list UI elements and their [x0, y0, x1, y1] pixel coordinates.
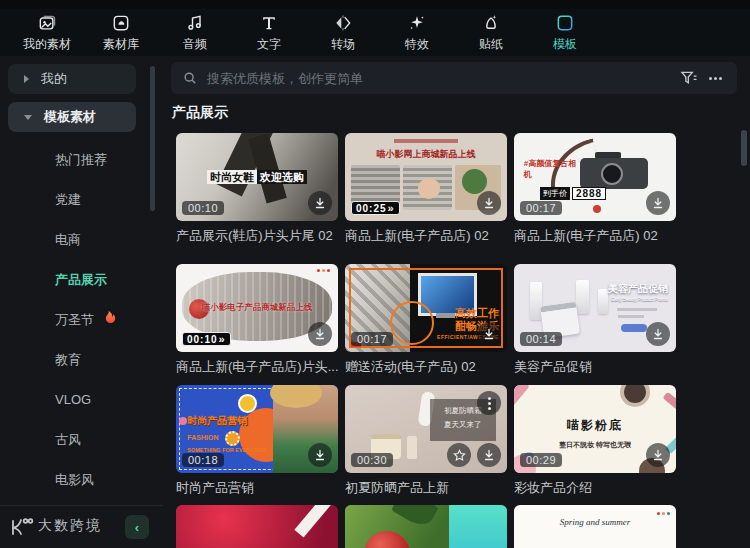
sidebar-group-mine[interactable]: 我的 — [8, 64, 136, 94]
template-title: 商品上新(电子产品店) 02 — [514, 227, 676, 245]
template-card[interactable] — [345, 505, 507, 548]
thumb-art — [345, 505, 449, 548]
sidebar-item-party[interactable]: 党建 — [55, 190, 81, 210]
more-options-icon[interactable] — [705, 70, 725, 86]
template-thumbnail[interactable]: 时尚产品营销 FASHION SOMETHING FOR EVERYONE 00… — [176, 385, 338, 473]
download-icon — [314, 197, 326, 209]
download-button[interactable] — [646, 322, 670, 346]
search-input[interactable] — [205, 70, 737, 87]
sidebar-scrollbar[interactable] — [150, 66, 155, 211]
tab-transition[interactable]: 转场 — [306, 9, 380, 56]
app-window: 我的素材 素材库 音频 文字 — [0, 0, 750, 548]
main-scrollbar[interactable] — [741, 130, 747, 166]
download-button[interactable] — [477, 191, 501, 215]
chevron-down-icon — [24, 115, 32, 120]
tab-media-library[interactable]: 素材库 — [84, 9, 158, 56]
template-card[interactable]: #高颜值复古相机 到手价2888 00:17 商品上新(电子产品店) 02 — [514, 133, 676, 245]
tab-label: 文字 — [257, 36, 281, 53]
download-icon — [314, 449, 326, 461]
thumb-art — [407, 436, 417, 459]
thumb-art — [394, 139, 459, 143]
duration-badge: 00:29 — [520, 453, 562, 467]
sidebar-item-halloween[interactable]: 万圣节 — [55, 310, 117, 330]
template-thumbnail[interactable]: SHOPPING 电商大陕促销 — [176, 505, 338, 548]
sidebar-item-movie-style[interactable]: 电影风 — [55, 470, 94, 490]
thumb-art — [601, 163, 623, 185]
template-icon — [555, 12, 575, 34]
sidebar-item-education[interactable]: 教育 — [55, 350, 81, 370]
template-thumbnail[interactable]: 高效工作 酣畅游乐 EFFICIENT/AWESOME 00:17 — [345, 264, 507, 352]
template-thumbnail[interactable]: 喵小影网上商城新品上线 00:25» — [345, 133, 507, 221]
template-thumbnail[interactable]: 美容产品促销 Early Beauty Product Promo 00:14 — [514, 264, 676, 352]
template-card[interactable]: 初夏防晒霜夏天又来了 00:30 初夏防晒产品上新 — [345, 385, 507, 497]
template-card[interactable]: 喵影粉底 整日不脱妆 特写也无瑕 00:29 彩妆产品介绍 — [514, 385, 676, 497]
sidebar-item-ecommerce[interactable]: 电商 — [55, 230, 81, 250]
download-icon — [483, 449, 495, 461]
template-thumbnail[interactable]: 时尚女鞋欢迎选购 00:10 — [176, 133, 338, 221]
chevron-left-icon: ‹ — [135, 520, 139, 535]
download-icon — [652, 197, 664, 209]
sidebar-item-ancient-style[interactable]: 古风 — [55, 430, 81, 450]
thumb-art — [295, 505, 338, 537]
star-icon — [453, 449, 466, 462]
template-card[interactable]: 喵小影网上商城新品上线 00:25» 商品上新(电子产品店) 02 — [345, 133, 507, 245]
download-button[interactable] — [308, 322, 332, 346]
template-card[interactable]: SHOPPING 电商大陕促销 — [176, 505, 338, 548]
template-title: 彩妆产品介绍 — [514, 479, 676, 497]
sidebar-item-vlog[interactable]: VLOG — [55, 390, 91, 410]
filter-icon[interactable] — [668, 70, 697, 90]
audio-icon — [185, 12, 205, 34]
template-card[interactable]: 美容产品促销 Early Beauty Product Promo 00:14 … — [514, 264, 676, 376]
sidebar-item-label: 万圣节 — [55, 310, 94, 330]
download-button[interactable] — [477, 443, 501, 467]
template-card[interactable]: 高效工作 酣畅游乐 EFFICIENT/AWESOME 00:17 赠送活动(电… — [345, 264, 507, 376]
thumb-art — [390, 301, 434, 345]
tab-label: 素材库 — [103, 36, 139, 53]
thumb-art — [391, 505, 439, 530]
tab-templates[interactable]: 模板 — [528, 9, 602, 56]
download-button[interactable] — [646, 191, 670, 215]
tab-my-assets[interactable]: 我的素材 — [10, 9, 84, 56]
template-card[interactable]: 喵小影电子产品商城新品上线 00:10» 商品上新(电子产品店)片头... — [176, 264, 338, 376]
template-thumbnail[interactable]: #高颜值复古相机 到手价2888 00:17 — [514, 133, 676, 221]
brand-footer: 大数跨境 ‹ — [0, 506, 163, 548]
thumb-art — [179, 417, 187, 425]
template-card[interactable]: 时尚产品营销 FASHION SOMETHING FOR EVERYONE 00… — [176, 385, 338, 497]
thumb-text: 喵影粉底 — [514, 417, 676, 434]
download-button[interactable] — [308, 191, 332, 215]
sidebar-item-hot[interactable]: 热门推荐 — [55, 150, 107, 170]
collapse-sidebar-button[interactable]: ‹ — [125, 515, 149, 539]
download-button[interactable] — [646, 443, 670, 467]
template-thumbnail[interactable]: Spring and summer — [514, 505, 676, 548]
download-button[interactable] — [308, 443, 332, 467]
tab-text[interactable]: 文字 — [232, 9, 306, 56]
template-thumbnail[interactable]: 喵影粉底 整日不脱妆 特写也无瑕 00:29 — [514, 385, 676, 473]
card-menu-button[interactable] — [477, 391, 501, 415]
thumb-art — [618, 315, 644, 318]
sidebar-item-product-display[interactable]: 产品展示 — [55, 270, 107, 290]
favorite-button[interactable] — [447, 443, 471, 467]
tab-audio[interactable]: 音频 — [158, 9, 232, 56]
template-card[interactable]: Spring and summer — [514, 505, 676, 548]
download-icon — [652, 328, 664, 340]
brand-logo-icon — [8, 515, 34, 543]
thumb-art — [657, 512, 670, 515]
template-card[interactable]: 时尚女鞋欢迎选购 00:10 产品展示(鞋店)片头片尾 02 — [176, 133, 338, 245]
sticker-icon — [481, 12, 501, 34]
download-button[interactable] — [477, 322, 501, 346]
thumb-text: 喵小影网上商城新品上线 — [345, 148, 507, 161]
sidebar-group-label: 模板素材 — [44, 108, 96, 126]
thumb-text: Early Beauty Product Promo — [611, 297, 668, 302]
template-thumbnail[interactable]: 初夏防晒霜夏天又来了 00:30 — [345, 385, 507, 473]
tab-stickers[interactable]: 贴纸 — [454, 9, 528, 56]
download-icon — [483, 197, 495, 209]
thumb-art — [620, 385, 650, 407]
template-thumbnail[interactable]: 喵小影电子产品商城新品上线 00:10» — [176, 264, 338, 352]
search-bar[interactable] — [171, 62, 737, 94]
template-thumbnail[interactable] — [345, 505, 507, 548]
thumb-art — [403, 165, 452, 211]
thumb-text: Spring and summer — [514, 517, 676, 527]
tab-effects[interactable]: 特效 — [380, 9, 454, 56]
sidebar: 我的 模板素材 热门推荐 党建 电商 产品展示 万圣节 教育 VLO — [0, 56, 163, 548]
sidebar-group-template-assets[interactable]: 模板素材 — [8, 102, 136, 132]
